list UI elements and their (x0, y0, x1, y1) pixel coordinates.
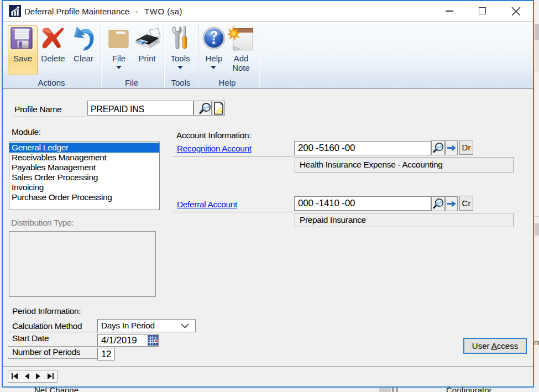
svg-text:?: ? (210, 29, 218, 43)
